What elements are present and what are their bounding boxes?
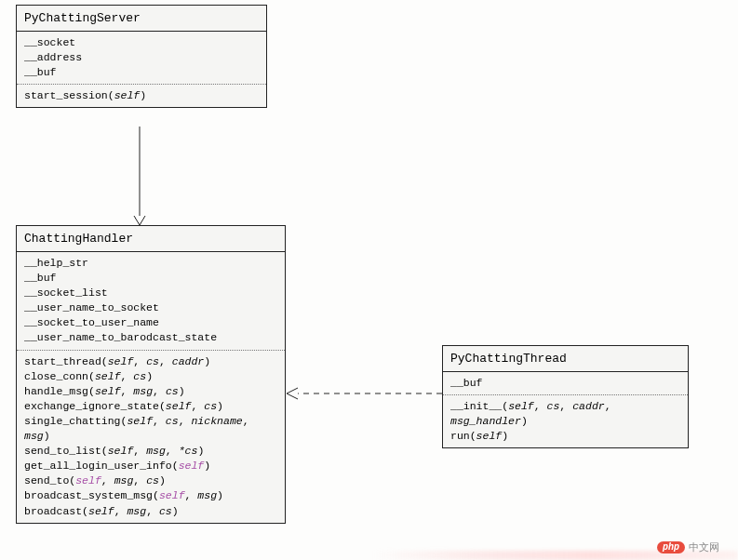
method: broadcast_system_msg(self, msg): [24, 488, 277, 503]
attribute: __help_str: [24, 256, 277, 271]
attribute: __socket_list: [24, 286, 277, 300]
method: exchange_ignore_state(self, cs): [24, 399, 277, 414]
method: start_thread(self, cs, caddr): [24, 354, 277, 369]
attributes-section: __buf: [443, 372, 688, 394]
watermark-badge: php: [657, 541, 685, 553]
method: __init__(self, cs, caddr, msg_handler): [450, 399, 680, 429]
methods-section: __init__(self, cs, caddr, msg_handler)ru…: [443, 395, 688, 447]
methods-section: start_session(self): [17, 85, 266, 107]
methods-section: start_thread(self, cs, caddr)close_conn(…: [17, 351, 285, 523]
class-pychattingserver: PyChattingServer __socket__address__buf …: [16, 5, 267, 108]
attribute: __buf: [24, 65, 259, 80]
class-pychattingthread: PyChattingThread __buf __init__(self, cs…: [442, 345, 689, 448]
attributes-section: __help_str__buf__socket_list__user_name_…: [17, 252, 285, 350]
method: get_all_login_user_info(self): [24, 459, 277, 473]
attribute: __buf: [450, 376, 680, 391]
attribute: __address: [24, 50, 259, 65]
attribute: __user_name_to_socket: [24, 300, 277, 315]
attribute: __user_name_to_barodcast_state: [24, 330, 277, 345]
attribute: __buf: [24, 271, 277, 286]
method: send_to(self, msg, cs): [24, 473, 277, 488]
method: single_chatting(self, cs, nickname, msg): [24, 414, 277, 444]
class-title: PyChattingThread: [443, 346, 688, 372]
method: run(self): [450, 429, 680, 444]
watermark: php 中文网: [657, 540, 719, 554]
method: broadcast(self, msg, cs): [24, 504, 277, 519]
attribute: __socket: [24, 35, 259, 50]
watermark-text: 中文网: [689, 540, 719, 554]
class-title: PyChattingServer: [17, 6, 266, 32]
method: start_session(self): [24, 88, 259, 103]
method: close_conn(self, cs): [24, 369, 277, 384]
method: send_to_list(self, msg, *cs): [24, 444, 277, 459]
class-title: ChattingHandler: [17, 226, 285, 252]
attribute: __socket_to_user_name: [24, 315, 277, 330]
method: handle_msg(self, msg, cs): [24, 384, 277, 399]
attributes-section: __socket__address__buf: [17, 32, 266, 84]
class-chattinghandler: ChattingHandler __help_str__buf__socket_…: [16, 225, 286, 524]
